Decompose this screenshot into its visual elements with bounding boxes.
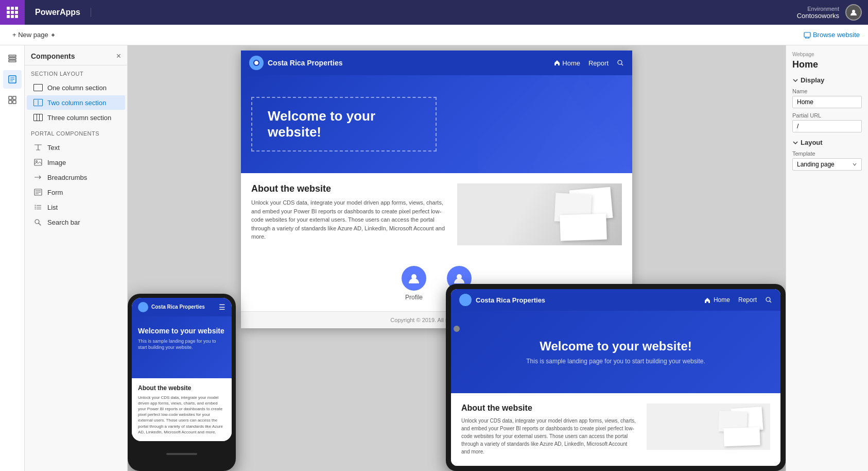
desktop-nav-links: Home Report: [554, 59, 624, 67]
name-field-label: Name: [792, 88, 862, 94]
comp-text[interactable]: Text: [27, 140, 125, 155]
sidebar-icons: [0, 45, 25, 471]
tablet-hero-desc: This is sample landing page for you to s…: [526, 358, 705, 365]
svg-rect-7: [13, 96, 16, 99]
text-icon: [33, 143, 43, 152]
image-label: Image: [47, 159, 66, 166]
svg-rect-3: [9, 58, 16, 59]
panel-header: Components ×: [25, 45, 127, 65]
logo-circle: [249, 56, 264, 70]
about-text: About the website Unlock your CDS data, …: [251, 183, 447, 245]
desktop-hero: Welcome to your website!: [241, 75, 632, 173]
form-label: Form: [47, 189, 63, 196]
svg-point-13: [35, 205, 36, 206]
section-layout-label: Section layout: [25, 65, 127, 80]
sidebar-icon-components[interactable]: [3, 91, 22, 109]
mobile-hero-title: Welcome to your website: [138, 327, 225, 335]
panel-title: Components: [31, 52, 75, 60]
template-field-label: Template: [792, 150, 862, 157]
tablet-device: Costa Rica Properties Home Report W: [446, 284, 786, 471]
breadcrumbs-icon: [33, 173, 43, 181]
tablet-nav-links: Home Report: [704, 296, 772, 304]
one-column-label: One column section: [47, 84, 107, 92]
svg-rect-6: [9, 96, 12, 99]
waffle-icon[interactable]: [0, 0, 25, 25]
about-image: [457, 183, 622, 245]
svg-point-14: [35, 207, 36, 208]
mobile-screen: Costa Rica Properties ☰ Welcome to your …: [132, 298, 232, 441]
canvas-area: Costa Rica Properties Home Report Welcom: [128, 45, 786, 471]
list-label: List: [47, 204, 58, 211]
comp-form[interactable]: Form: [27, 185, 125, 199]
svg-point-11: [36, 161, 38, 162]
top-bar: PowerApps Environment Contosoworks: [0, 0, 868, 25]
browse-website-button[interactable]: Browse website: [804, 31, 860, 39]
desktop-logo: Costa Rica Properties: [249, 56, 550, 70]
mobile-logo: Costa Rica Properties: [138, 302, 205, 312]
environment-section: Environment Contosoworks: [797, 4, 868, 21]
comp-search-bar[interactable]: Search bar: [27, 215, 125, 229]
prop-webpage-label: Webpage: [792, 52, 862, 57]
environment-name: Contosoworks: [797, 12, 839, 20]
desktop-about: About the website Unlock your CDS data, …: [241, 173, 632, 256]
sidebar-icon-layers[interactable]: [3, 49, 22, 68]
avatar[interactable]: [845, 4, 862, 21]
tablet-screen: Costa Rica Properties Home Report W: [451, 289, 780, 466]
desktop-nav: Costa Rica Properties Home Report: [241, 51, 632, 75]
mobile-hero-desc: This is sample landing page for you to s…: [138, 338, 225, 351]
tablet-about-text: About the website Unlock your CDS data, …: [461, 403, 636, 456]
properties-panel: Webpage Home Display Name Partial URL La…: [786, 45, 868, 471]
tablet-hero-title: Welcome to your website!: [540, 339, 692, 354]
layout-label: Layout: [801, 139, 823, 146]
mobile-hamburger[interactable]: ☰: [219, 303, 225, 311]
profile-avatar: [402, 266, 426, 291]
svg-point-15: [35, 209, 36, 210]
mobile-about-title: About the website: [138, 384, 225, 392]
tablet-hero: Welcome to your website! This is sample …: [451, 311, 780, 393]
comp-image[interactable]: Image: [27, 155, 125, 170]
svg-rect-9: [13, 100, 16, 104]
layout-accordion[interactable]: Layout: [792, 139, 862, 146]
layout-two-column[interactable]: Two column section: [27, 95, 125, 110]
comp-list[interactable]: List: [27, 200, 125, 214]
three-column-label: Three column section: [47, 114, 111, 122]
two-column-icon: [33, 98, 43, 107]
one-column-icon: [33, 83, 43, 92]
tablet-about-title: About the website: [461, 403, 636, 413]
mobile-home-indicator: [166, 453, 197, 455]
profile-label: Profile: [405, 294, 423, 301]
display-accordion[interactable]: Display: [792, 76, 862, 84]
text-label: Text: [47, 144, 60, 152]
sidebar-icon-pages[interactable]: [3, 70, 22, 89]
partial-url-input[interactable]: [792, 120, 862, 132]
close-button[interactable]: ×: [116, 52, 121, 61]
desktop-nav-report[interactable]: Report: [588, 59, 609, 67]
svg-rect-10: [34, 159, 42, 165]
layout-three-column[interactable]: Three column section: [27, 110, 125, 125]
new-page-label: + New page: [12, 31, 48, 39]
display-label: Display: [801, 76, 824, 84]
mobile-logo-circle: [138, 302, 148, 312]
mobile-logo-text: Costa Rica Properties: [151, 304, 205, 310]
about-desc: Unlock your CDS data, integrate your mod…: [251, 198, 447, 241]
name-input[interactable]: [792, 96, 862, 108]
desktop-nav-home[interactable]: Home: [554, 59, 580, 67]
tablet-nav-home[interactable]: Home: [704, 296, 730, 304]
mobile-device: Costa Rica Properties ☰ Welcome to your …: [128, 294, 236, 471]
layout-one-column[interactable]: One column section: [27, 80, 125, 95]
mobile-preview: Costa Rica Properties ☰ Welcome to your …: [128, 294, 236, 471]
app-name: PowerApps: [25, 8, 91, 17]
svg-point-23: [766, 297, 770, 301]
second-bar: + New page Browse website: [0, 25, 868, 45]
new-page-button[interactable]: + New page: [8, 29, 60, 41]
comp-breadcrumbs[interactable]: Breadcrumbs: [27, 170, 125, 184]
hero-title: Welcome to your website!: [268, 108, 420, 140]
two-column-label: Two column section: [47, 99, 106, 107]
about-title: About the website: [251, 183, 447, 194]
mobile-nav: Costa Rica Properties ☰: [132, 298, 232, 316]
template-select[interactable]: Landing page: [792, 158, 862, 171]
tablet-nav-report[interactable]: Report: [738, 296, 757, 304]
svg-rect-1: [804, 32, 810, 37]
search-bar-label: Search bar: [47, 218, 80, 226]
environment-label: Environment: [807, 6, 839, 12]
